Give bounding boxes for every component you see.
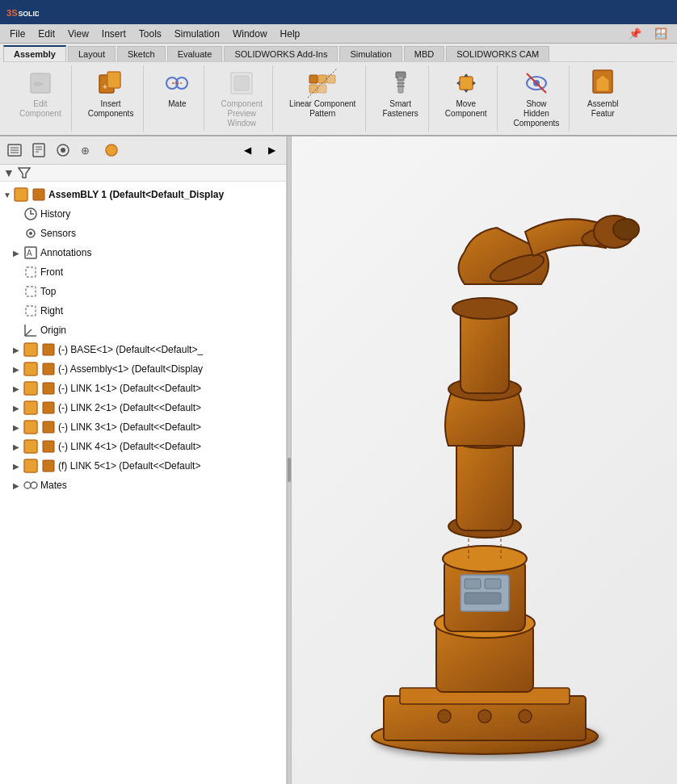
svg-rect-42 [33, 189, 44, 200]
component-preview-label: ComponentPreviewWindow [221, 99, 263, 128]
tree-item-top[interactable]: Top [0, 282, 286, 301]
viewport[interactable] [292, 136, 677, 784]
assembly-features-button[interactable]: AssemblFeatur [582, 67, 623, 120]
feature-manager-tab[interactable] [3, 139, 26, 161]
link5-label: (f) LINK 5<1> (Default<<Default> [58, 460, 200, 472]
svg-rect-13 [318, 75, 326, 83]
tree-item-link1[interactable]: ▶ (-) LINK 1<1> (Default<<Default> [0, 379, 286, 398]
window-icon[interactable]: 🪟 [648, 26, 674, 41]
menu-view[interactable]: View [61, 27, 95, 41]
tree-item-origin[interactable]: Origin [0, 321, 286, 340]
tree-item-link2[interactable]: ▶ (-) LINK 2<1> (Default<<Default> [0, 398, 286, 417]
link4-part-icon [40, 438, 57, 455]
link1-part-icon [40, 380, 57, 396]
ribbon-group-move: MoveComponent [435, 65, 498, 132]
insert-components-button[interactable]: + InsertComponents [85, 67, 137, 120]
menu-edit[interactable]: Edit [32, 27, 61, 41]
titlebar: 3S SOLIDWORKS [0, 0, 677, 24]
mates-label: Mates [40, 480, 67, 491]
show-hidden-button[interactable]: ShowHiddenComponents [511, 67, 563, 130]
menu-tools[interactable]: Tools [132, 27, 168, 41]
dim-expert-tab[interactable]: ⊕ [76, 139, 99, 161]
sidebar-filter: ▼ [0, 165, 286, 182]
svg-text:SOLIDWORKS: SOLIDWORKS [18, 10, 39, 18]
link1-expand: ▶ [13, 384, 23, 393]
linear-pattern-icon [308, 69, 337, 98]
svg-rect-57 [43, 363, 54, 375]
ribbon-group-pattern: Linear ComponentPattern [280, 65, 366, 132]
origin-icon [23, 322, 39, 338]
component-preview-icon [227, 69, 256, 98]
tree-item-sensors[interactable]: Sensors [0, 224, 286, 243]
right-plane-icon [23, 303, 39, 319]
top-label: Top [40, 286, 56, 297]
tree-item-link3[interactable]: ▶ (-) LINK 3<1> (Default<<Default> [0, 417, 286, 437]
linear-pattern-button[interactable]: Linear ComponentPattern [286, 67, 359, 120]
feature-tree: ▼ AssemBLY 1 (Default<Default_Display Hi… [0, 182, 286, 784]
nav-left-icon[interactable]: ◀ [236, 139, 259, 161]
appearance-tab[interactable] [100, 139, 123, 161]
tree-item-front[interactable]: Front [0, 262, 286, 282]
tab-sketch[interactable]: Sketch [117, 46, 166, 61]
move-component-button[interactable]: MoveComponent [442, 67, 490, 120]
svg-rect-19 [398, 77, 403, 93]
insert-components-icon: + [96, 69, 125, 98]
tab-swcam[interactable]: SOLIDWORKS CAM [446, 46, 549, 61]
svg-rect-62 [24, 421, 37, 434]
tree-item-history[interactable]: History [0, 204, 286, 224]
pin-icon[interactable]: 📌 [622, 26, 648, 41]
tab-layout[interactable]: Layout [68, 46, 116, 61]
menu-help[interactable]: Help [274, 27, 307, 41]
ribbon-group-mate: Mate [150, 65, 204, 132]
sidebar: ⊕ ◀ ▶ ▼ ▼ AssemBLY 1 [0, 136, 287, 784]
menu-window[interactable]: Window [226, 27, 274, 41]
mate-label: Mate [168, 99, 186, 109]
svg-point-80 [443, 546, 527, 572]
tree-root[interactable]: ▼ AssemBLY 1 (Default<Default_Display [0, 185, 286, 204]
component-preview-button[interactable]: ComponentPreviewWindow [217, 67, 266, 130]
menu-file[interactable]: File [3, 27, 32, 41]
smart-fasteners-button[interactable]: SmartFasteners [379, 67, 421, 120]
link2-part-icon [40, 400, 57, 416]
nav-right-icon[interactable]: ▶ [260, 139, 283, 161]
svg-rect-54 [24, 343, 37, 356]
ribbon-group-edit: ✏ EditComponent [10, 65, 72, 132]
tree-item-mates[interactable]: ▶ Mates [0, 476, 286, 495]
tab-assembly[interactable]: Assembly [3, 45, 66, 61]
svg-point-37 [61, 148, 65, 153]
svg-rect-67 [43, 460, 54, 472]
svg-point-86 [452, 298, 517, 319]
filter-funnel-icon [18, 166, 31, 179]
tree-item-link5[interactable]: ▶ (f) LINK 5<1> (Default<<Default> [0, 456, 286, 476]
tab-addins[interactable]: SOLIDWORKS Add-Ins [224, 46, 338, 61]
tree-item-base[interactable]: ▶ (-) BASE<1> (Default<<Default>_ [0, 340, 286, 359]
svg-rect-61 [43, 402, 54, 413]
property-manager-tab[interactable] [27, 139, 50, 161]
assembly1-label: (-) Assembly<1> (Default<Display [58, 363, 203, 375]
solidworks-logo: 3S SOLIDWORKS [6, 4, 39, 20]
svg-rect-79 [465, 593, 501, 604]
tree-item-assembly1[interactable]: ▶ (-) Assembly<1> (Default<Display [0, 359, 286, 379]
tab-evaluate[interactable]: Evaluate [167, 46, 223, 61]
edit-component-button[interactable]: ✏ EditComponent [16, 67, 65, 120]
ribbon: Assembly Layout Sketch Evaluate SOLIDWOR… [0, 44, 677, 136]
ribbon-group-preview: ComponentPreviewWindow [211, 65, 273, 132]
link5-part-icon [40, 458, 57, 474]
configuration-manager-tab[interactable] [52, 139, 74, 161]
menu-insert[interactable]: Insert [95, 27, 132, 41]
tab-simulation[interactable]: Simulation [339, 46, 402, 61]
mates-expand: ▶ [13, 481, 23, 490]
tab-mbd[interactable]: MBD [404, 46, 444, 61]
tree-item-right[interactable]: Right [0, 301, 286, 321]
edit-component-icon: ✏ [26, 69, 55, 98]
filter-icon[interactable]: ▼ [3, 166, 15, 179]
tree-item-link4[interactable]: ▶ (-) LINK 4<1> (Default<<Default> [0, 437, 286, 456]
menu-simulation[interactable]: Simulation [168, 27, 226, 41]
svg-rect-55 [43, 344, 54, 355]
link4-label: (-) LINK 4<1> (Default<<Default> [58, 441, 201, 452]
svg-rect-64 [24, 440, 37, 453]
top-plane-icon [23, 283, 39, 300]
splitter-handle [288, 458, 291, 482]
mate-button[interactable]: Mate [157, 67, 197, 111]
tree-item-annotations[interactable]: ▶ A Annotations [0, 243, 286, 262]
